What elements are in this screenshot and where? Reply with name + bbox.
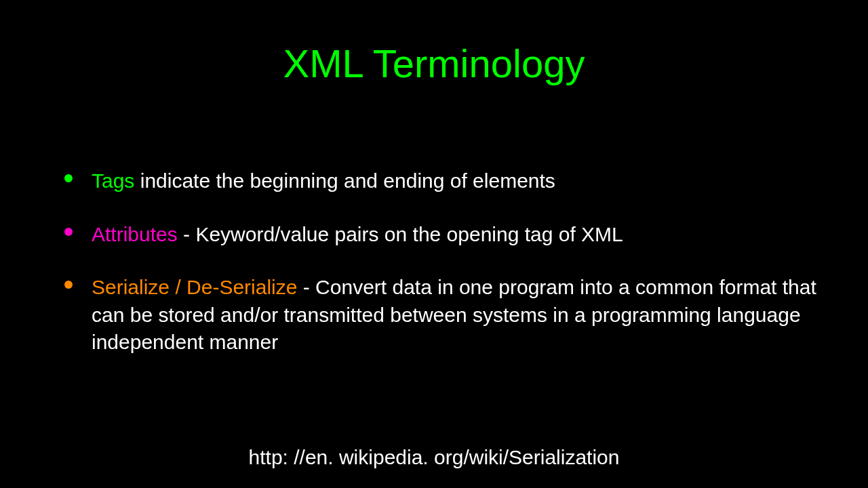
bullet-dot-icon — [64, 281, 73, 289]
bullet-dot-icon — [64, 174, 73, 182]
bullet-text: Serialize / De-Serialize - Convert data … — [92, 274, 827, 357]
term-label: Serialize / De-Serialize — [92, 276, 297, 298]
footer-link: http: //en. wikipedia. org/wiki/Serializ… — [0, 446, 868, 469]
slide-content: Tags indicate the beginning and ending o… — [0, 113, 868, 357]
term-label: Attributes — [92, 223, 178, 245]
bullet-item: Serialize / De-Serialize - Convert data … — [64, 274, 827, 357]
term-label: Tags — [92, 169, 134, 192]
bullet-item: Tags indicate the beginning and ending o… — [64, 167, 827, 195]
bullet-item: Attributes - Keyword/value pairs on the … — [64, 221, 827, 249]
bullet-text: Tags indicate the beginning and ending o… — [92, 167, 555, 195]
bullet-dot-icon — [64, 228, 73, 236]
term-description: - Keyword/value pairs on the opening tag… — [178, 223, 623, 245]
bullet-text: Attributes - Keyword/value pairs on the … — [92, 221, 623, 249]
slide-title: XML Terminology — [0, 0, 868, 113]
term-description: indicate the beginning and ending of ele… — [134, 169, 555, 192]
